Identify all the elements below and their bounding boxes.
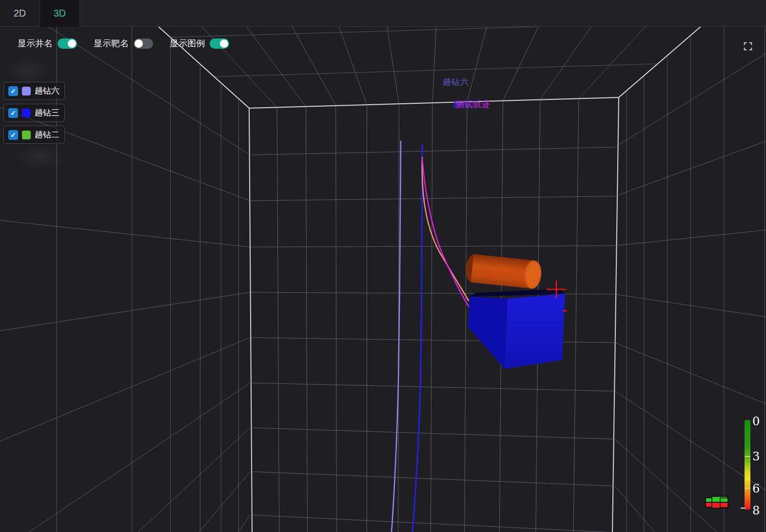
cylinder-target <box>465 253 543 289</box>
color-swatch <box>22 87 31 95</box>
wireframe-grid <box>0 22 766 532</box>
tab-bar: 2D 3D <box>0 0 766 27</box>
toggle-knob <box>68 39 76 48</box>
tab-3d[interactable]: 3D <box>40 0 80 27</box>
check-icon[interactable]: ✓ <box>8 86 18 96</box>
fullscreen-glyph <box>743 40 753 52</box>
3d-viewport[interactable] <box>0 0 766 532</box>
toggle-knob <box>220 39 228 48</box>
check-icon[interactable]: ✓ <box>8 130 18 140</box>
target-names-toggle[interactable] <box>134 38 153 49</box>
legend-toggle[interactable] <box>210 38 229 49</box>
well-label-test-track: 测试轨迹 <box>455 99 491 110</box>
legend-label: 趟钻六 <box>35 85 59 96</box>
colorbar <box>741 420 750 510</box>
legend-label: 趟钻二 <box>35 129 59 140</box>
legend-label: 趟钻三 <box>35 107 59 118</box>
toggle-label-target-names: 显示靶名 <box>94 38 129 49</box>
toggle-group-legend: 显示图例 <box>170 38 229 49</box>
well-label-six: 趟钻六 <box>443 76 469 88</box>
legend-item-well-six[interactable]: ✓ 趟钻六 <box>3 82 65 100</box>
tab-2d[interactable]: 2D <box>0 0 40 26</box>
toggle-label-legend: 显示图例 <box>170 38 205 49</box>
trajectory-well-six <box>392 141 401 532</box>
toggle-label-well-names: 显示井名 <box>18 38 53 49</box>
color-swatch <box>22 131 31 139</box>
trajectory-well-three <box>412 145 422 532</box>
trajectories <box>392 141 470 532</box>
trajectory-test-magenta <box>422 158 470 307</box>
render-artifact <box>4 57 53 85</box>
render-artifact <box>14 144 67 170</box>
toggle-knob <box>135 39 143 48</box>
color-swatch <box>22 109 31 117</box>
well-legend: ✓ 趟钻六 ✓ 趟钻三 ✓ 趟钻二 <box>3 82 65 144</box>
toggle-group-target-names: 显示靶名 <box>94 38 153 49</box>
colorbar-tick-0: 0 <box>752 416 760 427</box>
legend-item-well-two[interactable]: ✓ 趟钻二 <box>3 126 65 144</box>
box-target <box>468 289 565 369</box>
legend-item-well-three[interactable]: ✓ 趟钻三 <box>3 104 65 122</box>
colorbar-tick-3: 3 <box>752 451 760 462</box>
toggle-group-well-names: 显示井名 <box>18 38 77 49</box>
colorbar-tick-6: 6 <box>752 483 760 494</box>
check-icon[interactable]: ✓ <box>8 108 18 118</box>
mini-well-blocks <box>706 496 728 508</box>
colorbar-tick-8: 8 <box>752 505 760 516</box>
display-controls: 显示井名 显示靶名 显示图例 <box>18 38 229 49</box>
fullscreen-icon[interactable] <box>740 38 756 55</box>
well-names-toggle[interactable] <box>58 38 77 49</box>
trajectory-test-salmon <box>422 157 469 301</box>
